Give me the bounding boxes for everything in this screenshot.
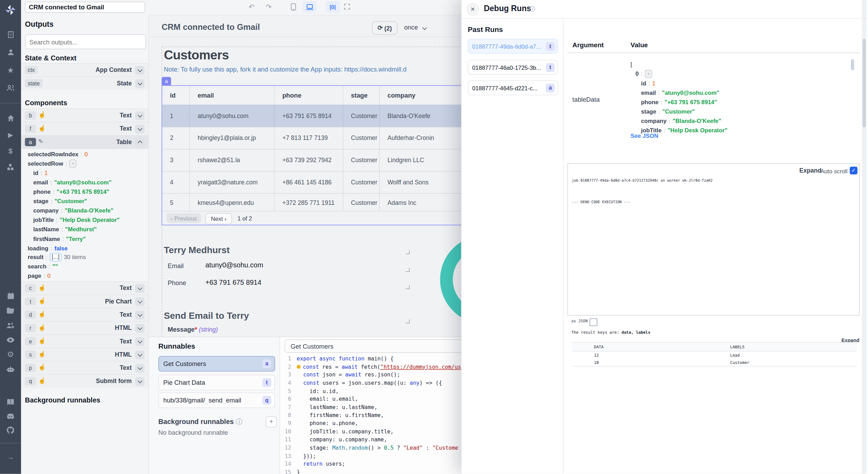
groups-icon[interactable] — [0, 84, 21, 93]
refresh-button[interactable]: ⟳ (2) — [372, 21, 397, 35]
chevron-down-icon[interactable] — [135, 125, 144, 134]
desktop-preview-icon[interactable] — [302, 1, 317, 13]
favorites-star-icon[interactable]: ★ — [0, 66, 21, 75]
home-icon[interactable] — [0, 114, 21, 122]
schedules-calendar-icon[interactable] — [0, 292, 21, 300]
contact-name-heading[interactable]: Terry Medhurst — [164, 245, 230, 255]
as-json-checkbox[interactable] — [590, 318, 597, 326]
search-outputs-input[interactable] — [25, 34, 146, 49]
chevron-down-icon[interactable] — [135, 350, 144, 359]
component-row-q[interactable]: q☝Submit form — [21, 374, 149, 388]
result-summary: The result keys are: data, labels — [571, 330, 650, 335]
output-row-state[interactable]: state State — [21, 76, 149, 90]
fullscreen-icon[interactable] — [343, 3, 351, 14]
note-text[interactable]: Note: To fully use this app, fork it and… — [164, 66, 407, 73]
runnable-item-get-customers[interactable]: Get Customers a — [158, 356, 275, 372]
table-cell: atuny0@sohu.com — [189, 105, 274, 127]
outputs-panel: Outputs State & Context ctx App Context … — [21, 15, 149, 474]
chevron-up-icon[interactable] — [135, 138, 144, 147]
component-id-chip: c — [25, 284, 36, 292]
column-header[interactable]: phone — [274, 86, 343, 105]
log-expand-link[interactable]: Expand — [799, 167, 821, 174]
close-icon[interactable]: × — [466, 3, 479, 16]
resize-handle[interactable] — [406, 319, 410, 323]
resize-handle[interactable] — [406, 250, 410, 254]
chevron-down-icon[interactable] — [135, 284, 144, 293]
chevron-down-icon[interactable] — [135, 364, 144, 373]
autoscroll-checkbox[interactable]: ✓ — [850, 167, 857, 174]
chevron-down-icon[interactable] — [135, 297, 144, 306]
component-row-p[interactable]: p☝Text — [21, 361, 149, 375]
runs-play-icon[interactable]: ▶ — [0, 131, 21, 140]
variables-dollar-icon[interactable]: $ — [0, 147, 21, 156]
pencil-icon[interactable]: ✎ — [38, 138, 43, 145]
log-box: job 01887777-49da-6d0d-a7c4-b7212732948c… — [567, 163, 860, 315]
column-header[interactable]: stage — [343, 86, 379, 105]
chevron-down-icon[interactable] — [135, 66, 144, 75]
chevron-down-icon[interactable] — [135, 377, 144, 386]
windmill-logo-icon[interactable] — [0, 4, 21, 16]
customers-heading[interactable]: Customers — [164, 48, 229, 63]
left-nav-rail: ★ ▶ $ ⚙ — [0, 0, 21, 474]
past-run-card[interactable]: 01887777-46a0-1725-3b... t — [468, 60, 558, 75]
past-run-card[interactable]: 01887777-49da-6d0d-a7... t — [468, 39, 558, 54]
collapse-arrow-icon[interactable]: → — [0, 453, 21, 462]
ai-robot-icon[interactable] — [0, 365, 21, 374]
component-row-d[interactable]: d☝Text — [21, 308, 149, 322]
send-email-heading[interactable]: Send Email to Terry — [164, 310, 249, 321]
chevron-down-icon[interactable] — [135, 111, 144, 120]
output-row-ctx[interactable]: ctx App Context — [21, 63, 149, 77]
folders-icon[interactable] — [0, 306, 21, 315]
resize-handle[interactable] — [406, 285, 410, 289]
hint-bulb-icon[interactable] — [297, 365, 301, 368]
schedule-dropdown[interactable]: once — [404, 24, 426, 31]
resources-cubes-icon[interactable] — [0, 163, 21, 172]
component-row-s[interactable]: s☝HTML — [21, 348, 149, 361]
table-cell: +7 813 117 7139 — [274, 127, 343, 149]
component-row-c[interactable]: c☝Text — [21, 281, 149, 295]
phone-value[interactable]: +63 791 675 8914 — [206, 278, 261, 286]
chevron-down-icon[interactable] — [135, 310, 144, 319]
previous-page-button[interactable]: ‹Previous — [167, 213, 201, 223]
past-run-card[interactable]: 01887777-4645-d221-c... a — [468, 80, 558, 95]
audit-eye-icon[interactable] — [0, 335, 21, 344]
mobile-preview-icon[interactable] — [290, 3, 297, 14]
docs-book-icon[interactable] — [0, 398, 21, 407]
grid-compact-icon[interactable]: |0| — [326, 1, 340, 13]
chevron-down-icon[interactable] — [135, 324, 144, 333]
value-scrollbar[interactable] — [851, 59, 854, 70]
component-row-f[interactable]: f ☝ Text — [21, 122, 149, 136]
component-row-t[interactable]: t☝Pie Chart — [21, 294, 149, 308]
component-row-r[interactable]: r☝HTML — [21, 321, 149, 335]
prop-result[interactable]: result:[...]30 items — [21, 252, 149, 262]
chevron-down-icon[interactable] — [135, 79, 144, 88]
pointer-icon: ☝ — [38, 125, 46, 132]
prop-selectedRow[interactable]: selectedRow:- — [21, 159, 149, 168]
add-background-runnable-button[interactable]: + — [266, 416, 277, 427]
github-icon[interactable] — [0, 426, 21, 435]
component-row-a-selected[interactable]: a ✎ Table — [21, 135, 149, 149]
runnable-item-send-email[interactable]: hub/338/gmail/_send_email q — [158, 392, 275, 408]
component-row-e[interactable]: e☝Text — [21, 334, 149, 348]
settings-gear-icon[interactable]: ⚙ — [0, 350, 21, 359]
see-json-link[interactable]: See JSON — [631, 132, 658, 139]
next-page-button[interactable]: Next› — [206, 213, 232, 224]
undo-icon[interactable]: ↶ — [249, 2, 254, 13]
runnable-item-pie-chart-data[interactable]: Pie Chart Data t — [158, 375, 275, 390]
user-icon[interactable] — [0, 48, 21, 57]
column-header[interactable]: id — [162, 86, 189, 105]
component-row-b[interactable]: b ☝ Text — [21, 109, 149, 123]
panel-scrollbar[interactable] — [862, 0, 866, 474]
chevron-down-icon[interactable] — [135, 337, 144, 346]
prop-loading: loading:false — [21, 244, 149, 253]
json-index-row[interactable]: 0:- — [635, 69, 652, 78]
column-header[interactable]: email — [189, 86, 274, 105]
workers-icon[interactable] — [0, 321, 21, 330]
discord-icon[interactable] — [0, 412, 21, 421]
app-title-input[interactable] — [25, 2, 145, 13]
resize-handle[interactable] — [406, 268, 410, 272]
email-value[interactable]: atuny0@sohu.com — [206, 261, 263, 269]
workspace-icon[interactable] — [0, 31, 21, 39]
redo-icon[interactable]: ↷ — [266, 2, 272, 13]
runnable-badge: a — [262, 359, 272, 368]
